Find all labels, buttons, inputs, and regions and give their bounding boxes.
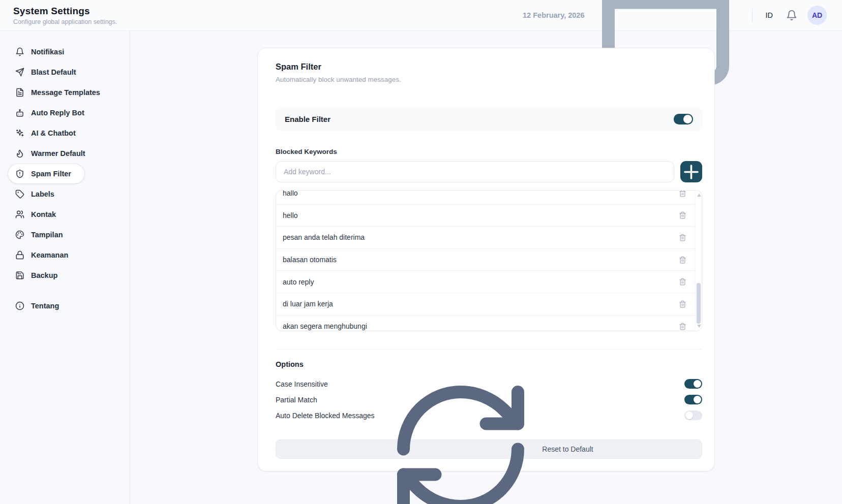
sidebar-item-keamanan[interactable]: Keamanan: [8, 245, 81, 265]
sidebar-item-blast-default[interactable]: Blast Default: [8, 62, 89, 82]
spam-filter-card: Spam Filter Automatically block unwanted…: [258, 48, 714, 471]
sidebar-item-label: Notifikasi: [31, 48, 64, 56]
sidebar-item-label: Backup: [31, 271, 57, 279]
sidebar-item-label: Keamanan: [31, 251, 68, 259]
main-content: Spam Filter Automatically block unwanted…: [130, 31, 842, 504]
delete-keyword-button[interactable]: [677, 254, 688, 265]
keyword-text: akan segera menghubungi: [283, 322, 367, 330]
lock-icon: [15, 250, 24, 260]
palette-icon: [15, 230, 24, 239]
add-keyword-button[interactable]: [680, 161, 702, 182]
options-divider: [276, 349, 702, 350]
date-text: 12 February, 2026: [523, 11, 584, 19]
reset-to-default-button[interactable]: Reset to Default: [276, 439, 702, 459]
page-title: System Settings: [13, 6, 117, 17]
page-subtitle: Configure global application settings.: [13, 18, 117, 25]
sidebar-item-label: Tampilan: [31, 231, 63, 239]
info-icon: [15, 301, 24, 310]
reset-button-label: Reset to Default: [542, 445, 593, 453]
sidebar-item-label: AI & Chatbot: [31, 129, 76, 137]
language-toggle[interactable]: ID: [763, 9, 776, 21]
trash-icon: [679, 300, 686, 308]
card-subtitle: Automatically block unwanted messages.: [276, 76, 702, 83]
scrollbar-down-arrow[interactable]: [697, 325, 701, 328]
delete-keyword-button[interactable]: [677, 190, 688, 199]
scrollbar-thumb[interactable]: [697, 283, 701, 324]
keyword-row: di luar jam kerja: [276, 293, 695, 316]
keyword-text: hallo: [283, 190, 298, 197]
bell-icon: [786, 10, 797, 21]
trash-icon: [679, 211, 686, 219]
header: System Settings Configure global applica…: [0, 0, 842, 31]
sidebar: NotifikasiBlast DefaultMessage Templates…: [0, 31, 130, 504]
tag-icon: [15, 190, 24, 199]
enable-filter-toggle[interactable]: [674, 114, 693, 124]
plus-icon: [680, 161, 702, 183]
sidebar-item-message-templates[interactable]: Message Templates: [8, 83, 113, 102]
keyword-text: balasan otomatis: [283, 256, 337, 264]
keyword-list-inner: hallohellopesan anda telah diterimabalas…: [276, 190, 702, 331]
sidebar-item-kontak[interactable]: Kontak: [8, 205, 69, 224]
sidebar-item-warmer-default[interactable]: Warmer Default: [8, 144, 99, 163]
sidebar-item-labels[interactable]: Labels: [8, 184, 68, 204]
sidebar-item-auto-reply-bot[interactable]: Auto Reply Bot: [8, 103, 98, 122]
toggle-knob: [694, 380, 701, 388]
delete-keyword-button[interactable]: [677, 321, 688, 331]
keyword-row: hello: [276, 205, 695, 227]
document-icon: [15, 88, 24, 97]
keyword-row: hallo: [276, 190, 695, 205]
delete-keyword-button[interactable]: [677, 298, 688, 309]
toggle-knob: [683, 115, 692, 123]
sidebar-item-label: Blast Default: [31, 68, 76, 76]
keyword-input-row: [276, 161, 702, 182]
keyword-text: di luar jam kerja: [283, 300, 333, 308]
sparkles-icon: [15, 129, 24, 138]
send-icon: [15, 68, 24, 77]
sidebar-item-label: Spam Filter: [31, 170, 71, 178]
card-title: Spam Filter: [276, 62, 702, 72]
sidebar-item-label: Warmer Default: [31, 149, 85, 158]
keyword-text: auto reply: [283, 278, 314, 286]
flame-icon: [15, 149, 24, 158]
keyword-row: auto reply: [276, 271, 695, 293]
option-label: Case Insensitive: [276, 380, 328, 388]
sidebar-item-tampilan[interactable]: Tampilan: [8, 225, 76, 244]
keyword-input[interactable]: [276, 161, 674, 182]
sidebar-item-label: Labels: [31, 190, 54, 198]
app-root: System Settings Configure global applica…: [0, 0, 842, 504]
keyword-text: hello: [283, 211, 298, 219]
sidebar-item-ai-chatbot[interactable]: AI & Chatbot: [8, 123, 89, 143]
delete-keyword-button[interactable]: [677, 210, 688, 221]
toggle-knob: [694, 396, 701, 403]
delete-keyword-button[interactable]: [677, 276, 688, 288]
refresh-icon: [384, 373, 537, 504]
keyword-row: pesan anda telah diterima: [276, 227, 695, 249]
keyword-row: akan segera menghubungi: [276, 316, 695, 331]
bot-icon: [15, 108, 24, 117]
option-toggle-partial-match[interactable]: [684, 395, 702, 404]
header-separator: [752, 9, 753, 22]
keyword-list-scrollbar[interactable]: [695, 191, 702, 331]
option-toggle-auto-delete-blocked-messages[interactable]: [684, 411, 702, 420]
sidebar-item-spam-filter[interactable]: Spam Filter: [8, 164, 84, 183]
avatar[interactable]: AD: [807, 6, 827, 25]
sidebar-item-backup[interactable]: Backup: [8, 266, 71, 285]
header-title-block: System Settings Configure global applica…: [13, 6, 117, 25]
enable-filter-row: Enable Filter: [276, 107, 702, 131]
option-label: Auto Delete Blocked Messages: [276, 412, 375, 420]
option-toggle-case-insensitive[interactable]: [684, 379, 702, 389]
delete-keyword-button[interactable]: [677, 232, 688, 243]
bell-icon: [15, 47, 24, 56]
sidebar-item-label: Kontak: [31, 210, 56, 218]
toggle-knob: [685, 412, 693, 419]
sidebar-item-notifikasi[interactable]: Notifikasi: [8, 42, 77, 61]
sidebar-item-label: Auto Reply Bot: [31, 109, 84, 117]
sidebar-item-label: Message Templates: [31, 88, 100, 97]
scrollbar-up-arrow[interactable]: [697, 194, 701, 197]
sidebar-item-tentang[interactable]: Tentang: [8, 296, 72, 316]
notifications-button[interactable]: [786, 10, 797, 21]
trash-icon: [679, 323, 686, 330]
trash-icon: [679, 278, 686, 286]
blocked-keywords-label: Blocked Keywords: [276, 148, 702, 155]
sidebar-item-label: Tentang: [31, 302, 59, 310]
